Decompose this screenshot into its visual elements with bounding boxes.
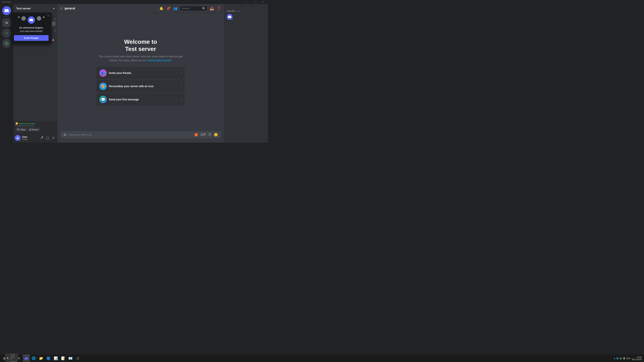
gift-icon[interactable]: 🎁 bbox=[194, 133, 198, 137]
server-item-discord[interactable] bbox=[2, 6, 11, 15]
title-bar-controls: — □ ✕ bbox=[242, 0, 268, 4]
welcome-title-line1: Welcome to bbox=[124, 38, 157, 45]
close-button[interactable]: ✕ bbox=[260, 0, 268, 4]
popup-text: An adventure begins. Let's add some frie… bbox=[14, 26, 48, 33]
personalize-card[interactable]: 🎨 Personalize your server with an icon › bbox=[96, 80, 185, 92]
server-initials: Ts bbox=[5, 21, 8, 24]
main-content: # general 🔔 📌 👥 🔍 📥 ❓ bbox=[58, 4, 224, 143]
voice-channel-info: General / Test server bbox=[16, 125, 55, 127]
screen-button[interactable]: 🖥 Screen bbox=[28, 128, 40, 131]
help-icon[interactable]: ❓ bbox=[217, 6, 221, 10]
members-icon[interactable]: 👥 bbox=[173, 6, 178, 10]
discord-window: DISCORD — □ ✕ Ts + bbox=[0, 0, 268, 143]
invite-friends-text: Invite your friends bbox=[109, 71, 179, 74]
sticker-icon[interactable]: 🗒 bbox=[208, 133, 212, 137]
voice-status-text: Voice Connected bbox=[19, 122, 35, 125]
title-bar-title: DISCORD bbox=[2, 1, 11, 3]
mute-icon: 🔇 bbox=[52, 39, 54, 41]
welcome-subtitle: This is your brand new, shiny server. He… bbox=[96, 55, 185, 62]
channel-header-name: general bbox=[64, 7, 75, 10]
first-message-card[interactable]: 💬 Send your first message › bbox=[96, 93, 185, 106]
emoji-icon[interactable]: 😊 bbox=[214, 133, 218, 137]
invite-people-button[interactable]: Invite People bbox=[14, 35, 48, 41]
video-button[interactable]: 📷 Video bbox=[16, 128, 27, 131]
server-item-explore[interactable] bbox=[2, 39, 11, 48]
message-input-container: ⊕ 🎁 GIF 🗒 😊 bbox=[60, 131, 221, 138]
popup-subtitle: Let's add some friends! bbox=[20, 30, 43, 32]
deafen-button[interactable]: 🎧 bbox=[45, 135, 50, 140]
member-list-section-title: ONLINE — 1 bbox=[225, 7, 266, 13]
first-message-text: Send your first message bbox=[109, 98, 179, 101]
user-info: User #0000 bbox=[22, 135, 38, 140]
minimize-button[interactable]: — bbox=[242, 0, 251, 4]
message-input[interactable] bbox=[69, 131, 192, 138]
add-voice-channel-icon[interactable]: + bbox=[54, 29, 56, 32]
invite-friends-chevron: › bbox=[181, 71, 182, 75]
voice-connected-bar: 📶 Voice Connected General / Test server … bbox=[13, 121, 58, 133]
search-icon: 🔍 bbox=[202, 7, 205, 10]
screen-label: Screen bbox=[32, 128, 38, 131]
gif-icon[interactable]: GIF bbox=[200, 133, 206, 137]
welcome-content: Welcome to Test server This is your bran… bbox=[93, 31, 188, 113]
add-server-icon: + bbox=[5, 30, 8, 36]
message-input-icons: 🎁 GIF 🗒 😊 bbox=[194, 133, 218, 137]
mute-button[interactable]: 🎤 bbox=[39, 135, 44, 140]
message-input-area: ⊕ 🎁 GIF 🗒 😊 bbox=[58, 131, 224, 143]
invite-friends-card[interactable]: 👥 Invite your friends › bbox=[96, 67, 185, 79]
spark-left-icon: ✦ bbox=[18, 15, 20, 19]
popup-avatar-main bbox=[28, 16, 35, 24]
welcome-cards: 👥 Invite your friends › 🎨 bbox=[96, 67, 185, 106]
server-item-test-server[interactable]: Ts bbox=[2, 18, 11, 27]
header-search[interactable]: 🔍 bbox=[180, 6, 207, 11]
welcome-title-line2: Test server bbox=[125, 46, 156, 52]
channel-settings-icon[interactable]: ⚙ bbox=[52, 22, 54, 25]
search-input[interactable] bbox=[182, 7, 202, 10]
spark-right-icon: ✦ bbox=[42, 15, 45, 19]
signal-icon: 📶 bbox=[16, 122, 18, 125]
inbox-icon[interactable]: 📥 bbox=[210, 6, 214, 10]
member-status-indicator bbox=[231, 18, 233, 20]
user-controls: User #0000 🎤 🎧 ⚙ bbox=[13, 133, 58, 143]
title-bar: DISCORD — □ ✕ bbox=[0, 0, 268, 4]
video-icon: 📷 bbox=[17, 128, 20, 131]
avatar-side-right bbox=[37, 16, 41, 20]
server-divider bbox=[4, 16, 10, 17]
user-username: User bbox=[22, 135, 38, 138]
popup-avatars: ✦ ✦ bbox=[14, 15, 48, 25]
main-layout: Ts + Test server ▾ ✕ bbox=[0, 4, 268, 143]
personalize-chevron: › bbox=[181, 85, 182, 88]
user-discriminator: #0000 bbox=[22, 138, 38, 140]
user-control-icons: 🎤 🎧 ⚙ bbox=[39, 135, 56, 140]
voice-controls: 📷 Video 🖥 Screen bbox=[16, 128, 55, 131]
member-item[interactable] bbox=[225, 13, 266, 21]
server-item-add[interactable]: + bbox=[2, 29, 11, 37]
pin-icon[interactable]: 📌 bbox=[166, 6, 170, 10]
user-status-indicator bbox=[19, 139, 21, 141]
chat-area: Welcome to Test server This is your bran… bbox=[58, 13, 224, 143]
personalize-icon: 🎨 bbox=[99, 82, 107, 90]
member-avatar bbox=[227, 14, 232, 20]
user-avatar[interactable] bbox=[15, 135, 20, 141]
popup-notification: ✕ ✦ ✦ An adventure begins. Let's add som… bbox=[11, 12, 52, 44]
personalize-title: Personalize your server with an icon bbox=[109, 85, 179, 88]
add-text-channel-icon[interactable]: + bbox=[54, 17, 56, 20]
channel-header-right: 🔔 📌 👥 🔍 📥 ❓ bbox=[159, 6, 221, 11]
channel-sidebar: Test server ▾ ✕ ✦ ✦ bbox=[13, 4, 58, 143]
avatar-side-left bbox=[21, 16, 26, 20]
chat-messages: Welcome to Test server This is your bran… bbox=[58, 13, 224, 131]
first-message-title: Send your first message bbox=[109, 98, 179, 101]
settings-button[interactable]: ⚙ bbox=[51, 135, 56, 140]
video-label: Video bbox=[20, 128, 26, 131]
voice-status: 📶 Voice Connected bbox=[16, 122, 55, 125]
invite-friends-icon: 👥 bbox=[99, 69, 107, 77]
server-header[interactable]: Test server ▾ bbox=[13, 4, 58, 13]
screen-icon: 🖥 bbox=[29, 128, 31, 131]
getting-started-link[interactable]: Getting Started guide. bbox=[147, 59, 172, 62]
maximize-button[interactable]: □ bbox=[251, 0, 260, 4]
message-attachment-icon[interactable]: ⊕ bbox=[63, 132, 66, 137]
member-list: ONLINE — 1 bbox=[224, 4, 268, 143]
first-message-icon: 💬 bbox=[99, 96, 107, 103]
welcome-title: Welcome to Test server bbox=[96, 38, 185, 52]
notification-bell-icon[interactable]: 🔔 bbox=[159, 6, 164, 10]
channel-header: # general 🔔 📌 👥 🔍 📥 ❓ bbox=[58, 4, 224, 13]
